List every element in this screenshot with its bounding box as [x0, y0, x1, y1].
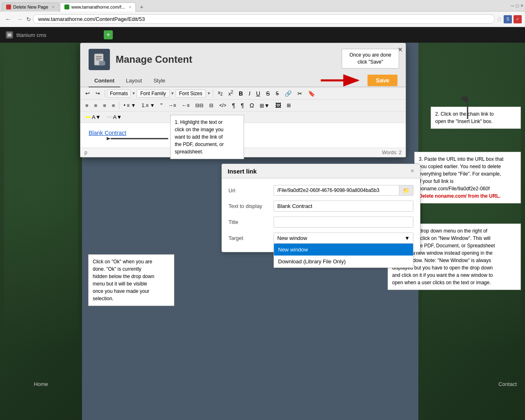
align-right-btn[interactable]: ≡: [100, 101, 109, 110]
undo-btn[interactable]: ↩: [83, 89, 92, 98]
code-btn[interactable]: S̶: [273, 89, 281, 98]
para2-btn[interactable]: ¶: [238, 101, 247, 110]
address-bar[interactable]: [33, 14, 495, 24]
font-color-btn[interactable]: A▼: [83, 113, 103, 121]
align-justify-btn[interactable]: ≡: [110, 101, 118, 110]
option-new-window[interactable]: New window: [274, 244, 413, 256]
step1-callout: 1. Highlight the text or click on the im…: [170, 115, 244, 159]
left-bg: Home: [0, 27, 82, 420]
formats-dropdown[interactable]: Formats: [107, 89, 131, 98]
svg-rect-0: [7, 32, 12, 37]
title-input[interactable]: [274, 217, 413, 228]
home-nav-link[interactable]: Home: [34, 381, 48, 387]
unordered-list-btn[interactable]: • ≡ ▼: [121, 101, 138, 110]
target-dropdown-arrow: ▼: [404, 235, 410, 241]
image-btn[interactable]: 🖼: [273, 101, 283, 110]
indent-btn[interactable]: →≡: [166, 101, 178, 110]
modal-header: Manage Content Once you are done click "…: [80, 43, 406, 74]
font-family-dropdown[interactable]: Font Family: [137, 89, 170, 98]
cms-logo-text: titanium cms: [16, 32, 46, 38]
nav-content[interactable]: Content: [89, 75, 120, 87]
forward-btn[interactable]: →: [15, 15, 25, 24]
add-btn[interactable]: +: [104, 30, 113, 39]
nav-layout[interactable]: Layout: [120, 75, 148, 87]
step3-callout: 3. Paste the URL into the URL box that y…: [414, 152, 521, 203]
link-btn[interactable]: 🔗: [282, 89, 294, 98]
svg-rect-1: [8, 34, 11, 35]
insert-link-close-btn[interactable]: ×: [411, 167, 414, 175]
step3-text: 3. Paste the URL into the URL box that y…: [419, 156, 504, 192]
columns-btn[interactable]: ⊟⊟: [193, 101, 206, 110]
browser-tab-1[interactable]: Delete New Page ×: [2, 2, 59, 11]
align-center-btn[interactable]: ≡: [92, 101, 100, 110]
step1-arrow-svg: [107, 132, 172, 145]
save-button[interactable]: Save: [368, 75, 397, 86]
toolbar-row1: ↩ ↪ Formats ▼ Font Family ▼ Font Sizes ▼…: [80, 87, 406, 100]
modal-nav-row: Content Layout Style Save: [80, 74, 406, 87]
modal-header-icon: [89, 49, 110, 70]
title-row: Title: [228, 217, 413, 228]
superscript-btn[interactable]: x2: [226, 89, 236, 98]
status-p: p: [84, 150, 87, 155]
ordered-list-btn[interactable]: 1.≡ ▼: [139, 101, 157, 110]
bold-btn[interactable]: B: [236, 89, 245, 98]
step3-red-text: Delete noname.com/ from the URL.: [419, 193, 500, 199]
tab2-close[interactable]: ×: [129, 5, 131, 9]
insert-link-header: Insert link ×: [222, 164, 420, 178]
cms-topbar: titanium cms +: [0, 27, 525, 43]
url-row: Url 📁: [228, 185, 413, 196]
modal-title: Manage Content: [116, 54, 192, 65]
sep1: [105, 90, 105, 97]
cms-logo-icon: [6, 31, 13, 39]
url-input[interactable]: [274, 185, 399, 196]
step2-arrow-svg: [461, 96, 474, 121]
refresh-btn[interactable]: ↻: [26, 16, 31, 23]
url-label: Url: [228, 187, 274, 194]
back-btn[interactable]: ←: [3, 15, 13, 24]
italic-btn[interactable]: I: [246, 89, 253, 98]
target-select[interactable]: New window ▼: [274, 233, 413, 244]
code-view-btn[interactable]: </>: [217, 101, 228, 110]
url-browse-btn[interactable]: 📁: [399, 185, 413, 196]
para-btn[interactable]: ¶: [230, 101, 238, 110]
insert-link-modal: Insert link × Url 📁 Text to display Titl…: [221, 164, 420, 252]
outdent-btn[interactable]: ←≡: [179, 101, 192, 110]
tab1-close[interactable]: ×: [52, 5, 55, 9]
toolbar-row2: ≡ ≡ ≡ ≡ • ≡ ▼ 1.≡ ▼ " →≡ ←≡ ⊟⊟ ⊟ </> ¶ ¶…: [80, 100, 406, 112]
text-display-row: Text to display: [228, 201, 413, 212]
font-sizes-dropdown[interactable]: Font Sizes: [176, 89, 206, 98]
redo-btn[interactable]: ↪: [93, 89, 103, 98]
unlink-btn[interactable]: ✂: [295, 89, 305, 98]
underline-btn[interactable]: U: [253, 89, 262, 98]
table-btn[interactable]: ⊞▼: [257, 101, 272, 110]
target-dropdown-options: New window Download (Library File Only): [274, 244, 413, 268]
star-icon: ☆: [496, 15, 502, 23]
bookmark-btn[interactable]: 🔖: [306, 89, 317, 98]
bg-color-btn[interactable]: A▼: [104, 113, 125, 121]
step2-callout: 2. Click on the chain link to open the "…: [431, 107, 521, 129]
sep2: [213, 90, 213, 97]
subscript-btn[interactable]: x2: [215, 89, 225, 98]
svg-rect-2: [8, 35, 11, 36]
step5-text: Click on "Ok" when you are done. "Ok" is…: [93, 259, 154, 301]
text-display-input[interactable]: [274, 201, 413, 212]
nav-style[interactable]: Style: [148, 75, 171, 87]
option-download[interactable]: Download (Library File Only): [274, 256, 413, 267]
formats-arrow: ▼: [132, 91, 136, 96]
text-display-label: Text to display: [228, 203, 274, 209]
target-label: Target: [228, 233, 274, 241]
target-select-value: New window: [277, 235, 307, 241]
insert-link-title: Insert link: [228, 168, 257, 175]
blockquote-btn[interactable]: ": [158, 101, 165, 110]
table-layout-btn[interactable]: ⊟: [207, 101, 216, 110]
tab2-label: www.tamarathorne.com/f...: [71, 5, 125, 9]
new-tab-btn[interactable]: +: [137, 2, 146, 11]
font-family-arrow: ▼: [171, 91, 175, 96]
font-sizes-arrow: ▼: [207, 91, 211, 96]
gallery-btn[interactable]: ⊞: [284, 101, 293, 110]
browser-tab-2[interactable]: www.tamarathorne.com/f... ×: [60, 2, 136, 11]
insert-link-body: Url 📁 Text to display Title Target: [222, 178, 420, 252]
strikethrough-btn[interactable]: S: [263, 89, 272, 98]
align-left-btn[interactable]: ≡: [83, 101, 91, 110]
omega-btn[interactable]: Ω: [247, 101, 256, 110]
